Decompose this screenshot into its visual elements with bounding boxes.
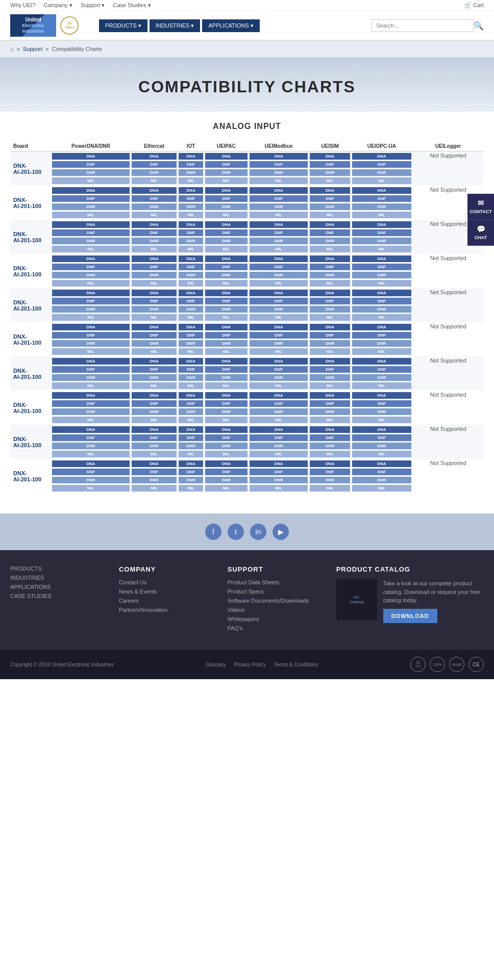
footer-software-link[interactable]: Software Documents/Downloads [228,598,326,604]
footer-news-link[interactable]: News & Events [119,588,217,595]
home-icon[interactable]: ⌂ [10,46,14,52]
board-name-cell[interactable]: DNX- AI-201-100 [10,186,51,220]
dna-badge: DNA [352,426,412,433]
badge-cell-ueimodbus: DNADNFDNRMIL [249,322,309,356]
applications-menu-button[interactable]: APPLICATIONS ▾ [202,19,259,32]
contact-sidebar-button[interactable]: ✉ CONTACT [467,194,494,220]
logo[interactable]: United Electronic Industries [10,14,56,37]
footer-whitepapers-link[interactable]: Whitepapers [228,616,326,622]
footer-industries-link[interactable]: INDUSTRIES [10,575,109,581]
footer-case-studies-link[interactable]: CASE STUDIES [10,593,109,599]
dnf-badge: DNF [250,332,308,339]
footer-videos-link[interactable]: Videos [228,607,326,613]
dna-badge: DNA [250,221,308,228]
mil-badge: MIL [205,280,248,287]
dnf-badge: DNF [52,229,130,236]
footer-datasheets-link[interactable]: Product Data Sheets [228,579,326,585]
search-button[interactable]: 🔍 [474,21,484,31]
company-link[interactable]: Company ▾ [44,2,72,9]
footer-careers-link[interactable]: Careers [119,598,217,604]
board-name-cell[interactable]: DNX- AI-201-100 [10,459,51,493]
dna-badge: DNA [205,392,248,399]
dnr-badge: DNR [205,272,248,278]
footer-products-link[interactable]: PRODUCTS [10,565,109,572]
dnr-badge: DNR [179,374,203,381]
footer-applications-link[interactable]: APPLICATIONS [10,584,109,590]
header-ethercat: Ethercat [131,141,178,151]
mil-badge: MIL [52,382,130,389]
board-name-cell[interactable]: DNX- AI-201-100 [10,322,51,356]
footer-specs-link[interactable]: Product Specs [228,588,326,595]
download-button[interactable]: DOWNLOAD [383,609,437,623]
dnr-badge: DNR [310,272,350,278]
support-link[interactable]: Support ▾ [81,2,105,9]
dna-badge: DNA [310,324,350,330]
badge-cell-ethercat: DNADNFDNRMIL [131,186,178,220]
badge-cell-ueimodbus: DNADNFDNRMIL [249,425,309,459]
dnf-badge: DNF [250,229,308,236]
dna-badge: DNA [310,290,350,296]
compatibility-table: Board PowerDNA/DNR Ethercat IOT UEIPAC U… [10,141,484,493]
dnf-badge: DNF [132,229,177,236]
board-name-cell[interactable]: DNX- AI-201-100 [10,391,51,425]
board-name-cell[interactable]: DNX- AI-201-100 [10,288,51,322]
footer-faqs-link[interactable]: FAQ's [228,625,326,631]
search-input[interactable] [372,19,474,32]
badge-cell-ueipac: DNADNFDNRMIL [204,322,249,356]
contact-label: CONTACT [470,209,491,214]
breadcrumb-support[interactable]: Support [23,46,43,52]
dnr-badge: DNR [179,340,203,347]
mil-badge: MIL [250,485,308,492]
badge-cell-iot: DNADNFDNRMIL [178,322,204,356]
badge-cell-ueipac: DNADNFDNRMIL [204,186,249,220]
dnf-badge: DNF [179,400,203,407]
footer-contact-us-link[interactable]: Contact Us [119,579,217,585]
dnf-badge: DNF [52,161,130,168]
dnf-badge: DNF [205,264,248,270]
dna-badge: DNA [250,426,308,433]
why-uei-link[interactable]: Why UEI? [10,2,36,9]
footer-partners-link[interactable]: Partners/Innovation [119,607,217,613]
board-name-cell[interactable]: DNX- AI-201-100 [10,151,51,186]
youtube-icon[interactable]: ▶ [273,524,289,540]
dnr-badge: DNR [132,238,177,244]
dna-badge: DNA [352,392,412,399]
mil-badge: MIL [352,314,412,321]
mil-badge: MIL [132,314,177,321]
badge-cell-ueiopc: DNADNFDNRMIL [351,186,413,220]
quality-badge: 100% [430,657,445,672]
board-name-cell[interactable]: DNX- AI-201-100 [10,356,51,391]
dnf-badge: DNF [310,264,350,270]
mil-badge: MIL [352,451,412,457]
terms-link[interactable]: Terms & Conditions [274,662,318,667]
dnf-badge: DNF [352,400,412,407]
badge-cell-ueimodbus: DNADNFDNRMIL [249,151,309,186]
badge-cell-powerdna: DNADNFDNRMIL [51,220,131,254]
mil-badge: MIL [179,485,203,492]
dna-badge: DNA [132,290,177,296]
dna-badge: DNA [179,221,203,228]
header-powerdna: PowerDNA/DNR [51,141,131,151]
footer-bottom: Copyright © 2016 United Electronic Indus… [0,650,494,679]
board-name-cell[interactable]: DNX- AI-201-100 [10,425,51,459]
case-studies-link[interactable]: Case Studies ▾ [113,2,151,9]
mil-badge: MIL [52,417,130,423]
board-name-cell[interactable]: DNX- AI-201-100 [10,220,51,254]
not-supported-cell: Not Supported [412,151,484,186]
twitter-icon[interactable]: t [228,524,244,540]
catalog-description: Take a look at our complete product cata… [383,579,484,605]
dnr-badge: DNR [250,203,308,210]
chat-sidebar-button[interactable]: 💬 CHAT [467,220,494,246]
privacy-policy-link[interactable]: Privacy Policy [234,662,265,667]
cart-link[interactable]: 🛒 Cart [464,2,484,9]
mil-badge: MIL [179,246,203,252]
dnf-badge: DNF [352,332,412,339]
products-menu-button[interactable]: PRODUCTS ▾ [99,19,147,32]
facebook-icon[interactable]: f [205,524,221,540]
linkedin-icon[interactable]: in [250,524,266,540]
dnr-badge: DNR [179,238,203,244]
dna-badge: DNA [52,392,130,399]
industries-menu-button[interactable]: INDUSTRIES ▾ [150,19,201,32]
board-name-cell[interactable]: DNX- AI-201-100 [10,254,51,288]
glossary-link[interactable]: Glossary [206,662,226,667]
